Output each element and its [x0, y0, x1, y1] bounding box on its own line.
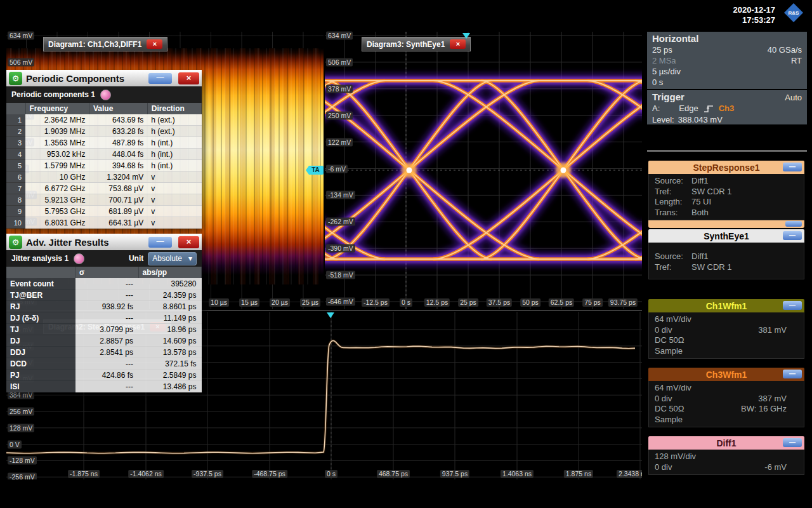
dropdown-value: Absolute — [152, 254, 182, 263]
close-icon[interactable]: × — [450, 39, 466, 49]
row-index: 2 — [6, 126, 25, 137]
signal-box-ch1wfm1[interactable]: Ch1Wfm1 — 64 mV/div 0 div381 mV DC 50Ω S… — [648, 299, 804, 359]
axis-tick-label: 1.875 ns — [564, 470, 593, 478]
minimize-button[interactable]: — — [783, 231, 802, 240]
table-row[interactable]: TJ@BER---24.359 ps — [6, 290, 202, 301]
table-row[interactable]: 85.9213 GHz700.71 µVv — [6, 194, 202, 206]
resolution-value: 25 ps — [652, 44, 672, 55]
cell-direction: h (ext.) — [147, 114, 201, 126]
table-row[interactable]: 610 GHz1.3204 mVv — [6, 171, 202, 183]
cell-sigma: 424.86 fs — [75, 370, 139, 381]
adv-jitter-results-dialog[interactable]: ⚙ Adv. Jitter Results — × Jitter analysi… — [6, 234, 202, 392]
signal-box-stepresponse1[interactable]: StepResponse1 — Source:Diff1Tref:SW CDR … — [648, 161, 804, 228]
table-row[interactable]: TJ3.0799 ps18.96 ps — [6, 324, 202, 335]
vertical-scale-value: 64 mV/div — [655, 383, 691, 392]
row-label: Tref: — [655, 262, 691, 273]
vertical-scale-value: 64 mV/div — [655, 314, 691, 324]
minimize-button[interactable]: — — [783, 301, 802, 310]
minimize-button[interactable]: — — [783, 370, 802, 378]
coupling-value: DC 50Ω — [655, 335, 684, 346]
axis-tick-label: 37.5 ps — [487, 298, 512, 307]
row-label: Trans: — [655, 208, 691, 218]
table-row[interactable]: DJ2.8857 ps14.609 ps — [6, 335, 202, 347]
row-label: Source: — [655, 251, 691, 262]
trigger-position-icon[interactable] — [327, 312, 334, 318]
table-row[interactable]: 51.5799 MHz394.68 fsh (int.) — [6, 160, 202, 171]
table-row[interactable]: PJ424.86 fs2.5849 ps — [6, 370, 202, 381]
tab-diagram1[interactable]: Diagram1: Ch1,Ch3,DIFF1 × — [43, 37, 167, 51]
cell-parameter: ISI — [6, 381, 75, 392]
dialog-title: Periodic Components — [26, 73, 145, 84]
signal-box-diff1[interactable]: Diff1 — 128 mV/div 0 div-6 mV — [648, 436, 804, 475]
close-icon[interactable]: × — [147, 39, 162, 49]
table-row[interactable]: 31.3563 MHz487.89 fsh (int.) — [6, 137, 202, 149]
signal-box-header[interactable]: Ch3Wfm1 — — [648, 368, 804, 381]
source-badge-icon[interactable] — [74, 253, 84, 264]
jitter-results-table: σ abs/pp Event count---395280TJ@BER---24… — [6, 267, 202, 392]
tab-diagram3[interactable]: Diagram3: SynthEye1 × — [362, 37, 471, 51]
table-row[interactable]: DJ (δ-δ)---11.149 ps — [6, 312, 202, 324]
signal-box-row: Source:Diff1 — [655, 176, 798, 187]
table-row[interactable]: 4953.02 kHz448.04 fsh (int.) — [6, 149, 202, 160]
table-row[interactable]: 76.6772 GHz753.68 µVv — [6, 183, 202, 194]
axis-tick-label: -134 mV — [326, 191, 355, 199]
settings-gear-button[interactable]: ⚙ — [9, 72, 22, 85]
axis-tick-label: 0 s — [325, 470, 337, 478]
table-row[interactable]: 95.7953 GHz681.89 µVv — [6, 206, 202, 217]
result-set-label: Periodic components 1 — [11, 90, 95, 99]
signal-box-syntheye1[interactable]: SynthEye1 — Source:Diff1Tref:SW CDR 1 — [648, 229, 804, 279]
gear-icon: ⚙ — [12, 74, 20, 83]
collapsed-box-bar[interactable] — [648, 220, 804, 228]
offset-value: 0 div — [655, 462, 672, 473]
row-value: SW CDR 1 — [691, 262, 732, 272]
signal-box-header[interactable]: Ch1Wfm1 — — [648, 299, 804, 312]
cell-abspp: 2.5849 ps — [138, 370, 202, 381]
settings-gear-button[interactable]: ⚙ — [9, 236, 22, 249]
dialog-subheader: Periodic components 1 — [6, 86, 202, 103]
minimize-button[interactable]: — — [783, 438, 802, 447]
minimize-button[interactable]: — — [148, 73, 172, 84]
table-row[interactable]: ISI---13.486 ps — [6, 381, 202, 392]
close-button[interactable]: × — [178, 72, 199, 84]
cell-sigma: --- — [75, 358, 139, 370]
cell-parameter: DCD — [6, 358, 75, 370]
row-value: 75 UI — [691, 197, 711, 206]
unit-dropdown[interactable]: Absolute ▾ — [148, 252, 197, 265]
marker-triangle-icon[interactable] — [462, 33, 470, 39]
minimize-button[interactable]: — — [148, 237, 172, 248]
cell-abspp: 14.609 ps — [138, 335, 202, 347]
table-row[interactable]: 21.9039 MHz633.28 fsh (ext.) — [6, 126, 202, 137]
source-badge-icon[interactable] — [100, 90, 111, 100]
position-level-value: -6 mV — [764, 462, 787, 473]
table-row[interactable]: 12.3642 MHz643.69 fsh (ext.) — [6, 114, 202, 126]
row-value: Diff1 — [691, 251, 709, 261]
dialog-titlebar: ⚙ Adv. Jitter Results — × — [6, 234, 202, 250]
table-row[interactable]: RJ938.92 fs8.8601 ps — [6, 301, 202, 312]
axis-tick-label: 93.75 ps — [608, 298, 638, 307]
signal-box-header[interactable]: SynthEye1 — — [648, 229, 804, 243]
horizontal-panel[interactable]: Horizontal 25 ps40 GSa/s 2 MSaRT 5 µs/di… — [647, 32, 807, 89]
cell-parameter: TJ@BER — [6, 290, 75, 301]
table-row[interactable]: DCD---372.15 fs — [6, 358, 202, 370]
signal-box-header[interactable]: Diff1 — — [648, 436, 804, 450]
minimize-button[interactable]: — — [783, 163, 802, 171]
signal-box-ch3wfm1[interactable]: Ch3Wfm1 — 64 mV/div 0 div387 mV DC 50ΩBW… — [648, 368, 804, 427]
periodic-components-dialog[interactable]: ⚙ Periodic Components — × Periodic compo… — [6, 70, 202, 229]
dialog-titlebar: ⚙ Periodic Components — × — [6, 70, 202, 86]
signal-box-title: StepResponse1 — [693, 163, 759, 173]
cell-parameter: PJ — [6, 370, 75, 381]
table-header-row: Frequency Value Direction — [6, 103, 202, 114]
signal-box-header[interactable]: StepResponse1 — — [648, 161, 804, 174]
signal-box-row: Tref:SW CDR 1 — [655, 262, 798, 273]
axis-tick-label: -12.5 ps — [362, 298, 390, 307]
trigger-panel[interactable]: Trigger Auto A: Edge Ch3 Level: 388.043 … — [647, 90, 807, 124]
table-row[interactable]: DDJ2.8541 ps13.578 ps — [6, 347, 202, 358]
diagram3-canvas[interactable]: Diagram3: SynthEye1 × 634 mV506 mV378 mV… — [325, 32, 642, 309]
cell-abspp: 372.15 fs — [138, 358, 202, 370]
close-button[interactable]: × — [178, 236, 199, 248]
trigger-level-tag[interactable]: TA — [306, 166, 324, 175]
rs-logo: R&S — [784, 3, 803, 22]
minimize-button[interactable] — [785, 221, 802, 227]
table-row[interactable]: 106.8031 GHz664.31 µVv — [6, 217, 202, 229]
table-row[interactable]: Event count---395280 — [6, 278, 202, 290]
